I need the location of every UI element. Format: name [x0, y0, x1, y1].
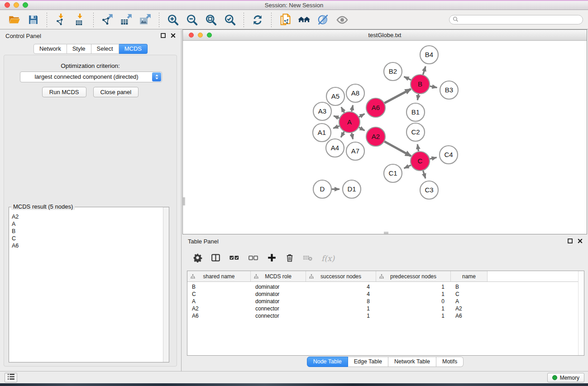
result-item[interactable]: A6	[12, 242, 163, 249]
edge-A-A8[interactable]	[352, 105, 353, 112]
cell-name[interactable]: C	[451, 291, 488, 297]
task-history-button[interactable]	[5, 373, 17, 382]
node-C4[interactable]: C4	[440, 146, 458, 164]
tab-style[interactable]: Style	[67, 44, 91, 54]
close-table-panel-icon[interactable]	[578, 238, 583, 243]
canvas-vscroll-thumb[interactable]	[183, 197, 185, 205]
cell-MCDS-role[interactable]: dominator	[251, 298, 306, 305]
column-header-MCDS-role[interactable]: MCDS role	[251, 271, 306, 281]
edge-A-A2[interactable]	[359, 128, 365, 131]
cell-shared-name[interactable]: A2	[187, 305, 251, 312]
table-row[interactable]: Adominator80A	[187, 298, 584, 305]
node-A8[interactable]: A8	[346, 84, 364, 102]
cell-shared-name[interactable]: A	[187, 298, 251, 305]
tab-select[interactable]: Select	[91, 44, 119, 54]
node-A7[interactable]: A7	[346, 142, 364, 160]
edge-A-A4[interactable]	[341, 132, 344, 138]
deselect-all-button[interactable]	[248, 253, 258, 265]
node-A5[interactable]: A5	[326, 87, 344, 105]
node-C[interactable]: C	[411, 152, 430, 171]
edge-A-A6[interactable]	[359, 114, 365, 117]
delete-button[interactable]	[285, 253, 294, 264]
cell-MCDS-role[interactable]: connector	[251, 305, 306, 312]
mcds-result-list[interactable]: A2ABCA6	[9, 207, 163, 362]
canvas-hscroll-thumb[interactable]	[384, 232, 388, 234]
edge-A-A7[interactable]	[352, 133, 353, 139]
edge-B-B1[interactable]	[417, 94, 418, 100]
float-panel-icon[interactable]	[161, 33, 166, 38]
result-item[interactable]: A2	[12, 213, 163, 220]
home-button[interactable]	[297, 13, 311, 27]
node-C1[interactable]: C1	[384, 164, 402, 182]
cell-predecessor-nodes[interactable]: 0	[376, 298, 451, 305]
cell-predecessor-nodes[interactable]: 1	[376, 291, 451, 297]
select-all-button[interactable]	[229, 253, 239, 265]
tab-motifs[interactable]: Motifs	[436, 357, 464, 367]
edge-A-A5[interactable]	[341, 107, 344, 113]
tab-network[interactable]: Network	[33, 44, 67, 54]
close-panel-button[interactable]: Close panel	[93, 87, 139, 97]
tab-network-table[interactable]: Network Table	[388, 357, 436, 367]
save-button[interactable]	[26, 13, 40, 27]
import-network-button[interactable]	[54, 13, 67, 27]
edge-C-C1[interactable]	[404, 165, 411, 168]
edge-C-C3[interactable]	[423, 171, 425, 178]
hide-panel-button[interactable]	[316, 13, 330, 27]
cell-successor-nodes[interactable]: 1	[306, 305, 376, 312]
node-C2[interactable]: C2	[406, 123, 425, 141]
columns-button[interactable]	[211, 253, 220, 264]
cell-name[interactable]: A	[451, 298, 488, 305]
network-document-button[interactable]	[278, 13, 292, 27]
search-input[interactable]	[460, 16, 583, 24]
node-A2[interactable]: A2	[366, 127, 385, 146]
criterion-dropdown[interactable]: largest connected component (directed)	[20, 71, 162, 82]
zoom-fit-button[interactable]	[204, 13, 218, 27]
refresh-button[interactable]	[251, 13, 264, 27]
node-B2[interactable]: B2	[384, 62, 402, 81]
edge-A6-B[interactable]	[384, 89, 411, 103]
cell-predecessor-nodes[interactable]: 1	[376, 305, 451, 312]
zoom-in-button[interactable]	[166, 13, 180, 27]
cell-shared-name[interactable]: C	[187, 291, 251, 297]
table-row[interactable]: Cdominator41C	[187, 291, 584, 298]
table-row[interactable]: A6connector11A6	[187, 312, 584, 319]
edge-B-B3[interactable]	[430, 86, 437, 87]
cell-name[interactable]: A6	[451, 313, 488, 319]
node-A4[interactable]: A4	[326, 139, 344, 157]
float-table-panel-icon[interactable]	[568, 238, 573, 243]
cell-successor-nodes[interactable]: 4	[306, 291, 376, 297]
gear-button[interactable]	[193, 253, 202, 264]
tab-mcds[interactable]: MCDS	[119, 44, 148, 54]
import-table-button[interactable]	[73, 13, 86, 27]
edge-A-A3[interactable]	[334, 116, 339, 118]
node-A[interactable]: A	[339, 112, 360, 133]
cell-successor-nodes[interactable]: 8	[306, 298, 376, 305]
cell-name[interactable]: A2	[451, 305, 488, 312]
open-button[interactable]	[7, 13, 21, 27]
cell-MCDS-role[interactable]: dominator	[251, 284, 306, 290]
edge-C-C2[interactable]	[417, 144, 418, 152]
node-C3[interactable]: C3	[420, 181, 438, 199]
column-header-name[interactable]: name	[451, 271, 488, 281]
zoom-selected-button[interactable]	[223, 13, 237, 27]
edge-A-A1[interactable]	[333, 126, 339, 129]
export-image-button[interactable]	[139, 13, 152, 27]
tab-edge-table[interactable]: Edge Table	[348, 357, 388, 367]
column-header-shared-name[interactable]: shared name	[187, 271, 251, 281]
node-D1[interactable]: D1	[343, 180, 361, 198]
node-A6[interactable]: A6	[366, 98, 385, 117]
result-scrollbar[interactable]	[163, 207, 169, 362]
result-item[interactable]: B	[12, 228, 163, 235]
cell-MCDS-role[interactable]: connector	[251, 313, 306, 319]
cell-MCDS-role[interactable]: dominator	[251, 291, 306, 297]
zoom-out-button[interactable]	[185, 13, 199, 27]
node-A1[interactable]: A1	[313, 124, 331, 142]
cell-predecessor-nodes[interactable]: 1	[376, 313, 451, 319]
column-header-successor-nodes[interactable]: successor nodes	[306, 271, 376, 281]
column-header-predecessor-nodes[interactable]: predecessor nodes	[376, 271, 451, 281]
network-window-titlebar[interactable]: testGlobe.txt	[183, 30, 587, 41]
run-mcds-button[interactable]: Run MCDS	[42, 87, 86, 97]
close-panel-icon[interactable]	[171, 33, 176, 38]
add-button[interactable]	[267, 253, 277, 264]
result-item[interactable]: A	[12, 220, 163, 228]
